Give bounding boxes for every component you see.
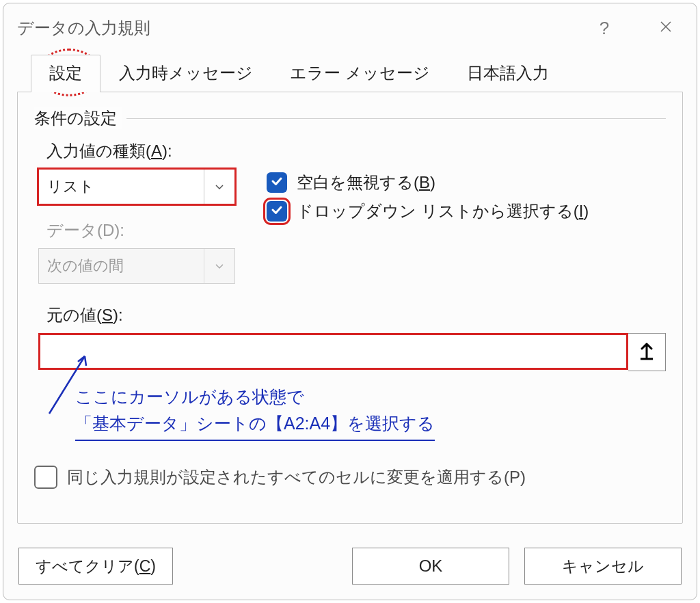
apply-all-label: 同じ入力規則が設定されたすべてのセルに変更を適用する(P) (67, 466, 526, 488)
tab-label: 日本語入力 (467, 64, 549, 82)
data-validation-dialog: データの入力規則 ? 設定 入力時メッセージ エラー メッセージ 日本語入力 条… (3, 3, 697, 600)
allow-label: 入力値の種類(A): (46, 140, 260, 162)
allow-value: リスト (47, 176, 94, 197)
range-selector-button[interactable] (628, 333, 666, 371)
help-button[interactable]: ? (587, 16, 621, 40)
chevron-down-icon (204, 170, 234, 204)
allow-select[interactable]: リスト (38, 169, 235, 204)
tab-error-alert[interactable]: エラー メッセージ (271, 55, 448, 92)
check-icon (270, 202, 284, 221)
settings-pane: 条件の設定 入力値の種類(A): リスト データ(D): 次の値の間 (17, 92, 683, 524)
dialog-title: データの入力規則 (17, 17, 560, 39)
tab-label: 設定 (49, 64, 82, 82)
collapse-dialog-icon (638, 340, 656, 364)
in-cell-dropdown-row: ドロップダウン リストから選択する(I) (267, 200, 666, 222)
chevron-down-icon (204, 249, 234, 283)
close-button[interactable] (649, 16, 683, 40)
data-value: 次の値の間 (47, 256, 124, 276)
tab-settings[interactable]: 設定 (31, 55, 100, 92)
tab-label: 入力時メッセージ (119, 64, 253, 82)
check-icon (270, 173, 284, 192)
apply-all-row: 同じ入力規則が設定されたすべてのセルに変更を適用する(P) (34, 466, 666, 489)
tab-ime-mode[interactable]: 日本語入力 (448, 55, 567, 92)
close-icon (659, 18, 673, 38)
group-title: 条件の設定 (34, 107, 122, 129)
tab-input-message[interactable]: 入力時メッセージ (100, 55, 271, 92)
titlebar: データの入力規則 ? (17, 14, 683, 42)
ignore-blank-row: 空白を無視する(B) (267, 172, 666, 193)
apply-all-checkbox[interactable] (34, 466, 57, 489)
clear-all-button[interactable]: すべてクリア(C) (18, 548, 173, 585)
ok-button[interactable]: OK (352, 548, 509, 585)
data-label: データ(D): (46, 219, 260, 241)
source-input[interactable] (38, 333, 628, 370)
annotation-text: ここにカーソルがある状態で 「基本データ」シートの【A2:A4】を選択する (75, 384, 435, 441)
source-label: 元の値(S): (46, 304, 666, 326)
ignore-blank-checkbox[interactable] (267, 172, 287, 193)
cancel-button[interactable]: キャンセル (524, 548, 682, 585)
group-header: 条件の設定 (34, 107, 666, 129)
in-cell-dropdown-checkbox[interactable] (267, 201, 287, 222)
tab-bar: 設定 入力時メッセージ エラー メッセージ 日本語入力 (17, 54, 683, 92)
in-cell-dropdown-label: ドロップダウン リストから選択する(I) (297, 200, 589, 222)
data-select: 次の値の間 (38, 248, 235, 284)
ignore-blank-label: 空白を無視する(B) (297, 172, 435, 193)
button-bar: すべてクリア(C) OK キャンセル (18, 548, 682, 585)
divider (126, 118, 666, 119)
tab-label: エラー メッセージ (290, 64, 430, 82)
